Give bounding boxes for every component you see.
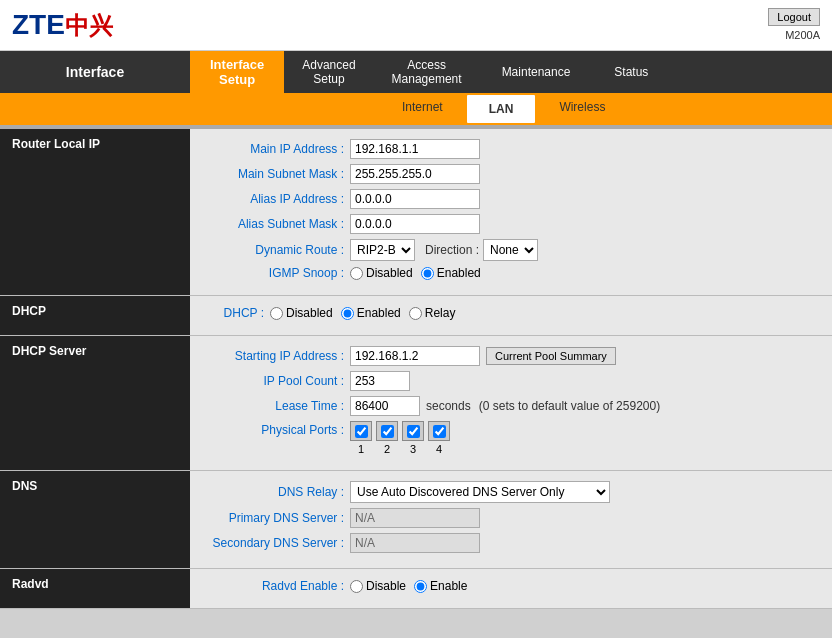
logo: ZTE中兴 [12, 9, 113, 42]
ip-pool-label: IP Pool Count : [190, 374, 350, 388]
starting-ip-input[interactable] [350, 346, 480, 366]
main-ip-row: Main IP Address : [190, 139, 822, 159]
lease-time-row: Lease Time : seconds (0 sets to default … [190, 396, 822, 416]
direction-label: Direction : [425, 243, 479, 257]
igmp-row: IGMP Snoop : Disabled Enabled [190, 266, 822, 280]
port-num-2: 2 [376, 443, 398, 455]
main-nav: Interface Interface Setup Advanced Setup… [0, 51, 832, 93]
dhcp-enabled-radio[interactable]: Enabled [341, 306, 401, 320]
model-label: M200A [785, 29, 820, 41]
tab-status[interactable]: Status [592, 51, 670, 93]
radvd-enable-radio[interactable]: Enable [414, 579, 467, 593]
igmp-label: IGMP Snoop : [190, 266, 350, 280]
radvd-disable-radio[interactable]: Disable [350, 579, 406, 593]
main-ip-label: Main IP Address : [190, 142, 350, 156]
main-ip-input[interactable] [350, 139, 480, 159]
dhcp-relay-label: Relay [425, 306, 456, 320]
ports-container: 1 2 3 4 [350, 421, 450, 455]
sub-nav: Internet LAN Wireless [0, 93, 832, 125]
logo-zh: 中兴 [65, 12, 113, 39]
radvd-section: Radvd Radvd Enable : Disable Enable [0, 569, 832, 609]
main-subnet-row: Main Subnet Mask : [190, 164, 822, 184]
lease-time-input[interactable] [350, 396, 420, 416]
dhcp-relay-radio[interactable]: Relay [409, 306, 456, 320]
main-subnet-input[interactable] [350, 164, 480, 184]
dns-relay-select[interactable]: Use Auto Discovered DNS Server Only Use … [350, 481, 610, 503]
alias-ip-input[interactable] [350, 189, 480, 209]
header: ZTE中兴 Logout M200A [0, 0, 832, 51]
starting-ip-row: Starting IP Address : Current Pool Summa… [190, 346, 822, 366]
radvd-enable-label: Radvd Enable : [190, 579, 350, 593]
dynamic-route-select[interactable]: RIP2-B RIP1 None [350, 239, 415, 261]
sub-tab-lan[interactable]: LAN [465, 93, 538, 125]
port-4-checkbox[interactable] [428, 421, 450, 441]
dhcp-field-label: DHCP : [190, 306, 270, 320]
primary-dns-label: Primary DNS Server : [190, 511, 350, 525]
alias-subnet-row: Alias Subnet Mask : [190, 214, 822, 234]
dhcp-row: DHCP : Disabled Enabled Relay [190, 306, 822, 320]
pool-summary-button[interactable]: Current Pool Summary [486, 347, 616, 365]
dns-section: DNS DNS Relay : Use Auto Discovered DNS … [0, 471, 832, 569]
nav-interface-label: Interface [0, 51, 190, 93]
igmp-disabled-radio[interactable]: Disabled [350, 266, 413, 280]
port-num-4: 4 [428, 443, 450, 455]
igmp-disabled-label: Disabled [366, 266, 413, 280]
dhcp-disabled-radio[interactable]: Disabled [270, 306, 333, 320]
dhcp-server-content: Starting IP Address : Current Pool Summa… [190, 336, 832, 470]
ip-pool-row: IP Pool Count : [190, 371, 822, 391]
header-right: Logout M200A [768, 8, 820, 42]
router-local-ip-content: Main IP Address : Main Subnet Mask : Ali… [190, 129, 832, 295]
router-local-ip-section: Router Local IP Main IP Address : Main S… [0, 129, 832, 296]
tab-interface-setup[interactable]: Interface Setup [190, 51, 284, 93]
alias-ip-row: Alias IP Address : [190, 189, 822, 209]
lease-time-label: Lease Time : [190, 399, 350, 413]
direction-select[interactable]: None Both In Out [483, 239, 538, 261]
nav-tabs: Interface Setup Advanced Setup Access Ma… [190, 51, 832, 93]
dynamic-route-label: Dynamic Route : [190, 243, 350, 257]
physical-ports-label: Physical Ports : [190, 421, 350, 437]
primary-dns-row: Primary DNS Server : [190, 508, 822, 528]
dhcp-section: DHCP DHCP : Disabled Enabled Relay [0, 296, 832, 336]
tab-access-management[interactable]: Access Management [374, 51, 480, 93]
port-3-checkbox[interactable] [402, 421, 424, 441]
secondary-dns-label: Secondary DNS Server : [190, 536, 350, 550]
logout-button[interactable]: Logout [768, 8, 820, 26]
main-content: Router Local IP Main IP Address : Main S… [0, 129, 832, 609]
port-num-3: 3 [402, 443, 424, 455]
sub-tab-internet[interactable]: Internet [380, 93, 465, 125]
dhcp-content: DHCP : Disabled Enabled Relay [190, 296, 832, 335]
dns-relay-label: DNS Relay : [190, 485, 350, 499]
alias-ip-label: Alias IP Address : [190, 192, 350, 206]
logo-zte: ZTE [12, 9, 65, 40]
dynamic-route-row: Dynamic Route : RIP2-B RIP1 None Directi… [190, 239, 822, 261]
dhcp-disabled-label: Disabled [286, 306, 333, 320]
tab-advanced-setup[interactable]: Advanced Setup [284, 51, 373, 93]
radvd-enable-option: Enable [430, 579, 467, 593]
radvd-disable-option: Disable [366, 579, 406, 593]
main-subnet-label: Main Subnet Mask : [190, 167, 350, 181]
router-local-ip-label: Router Local IP [0, 129, 190, 295]
dhcp-server-label: DHCP Server [0, 336, 190, 470]
dns-label: DNS [0, 471, 190, 568]
primary-dns-input[interactable] [350, 508, 480, 528]
alias-subnet-label: Alias Subnet Mask : [190, 217, 350, 231]
secondary-dns-input[interactable] [350, 533, 480, 553]
igmp-enabled-radio[interactable]: Enabled [421, 266, 481, 280]
radvd-content: Radvd Enable : Disable Enable [190, 569, 832, 608]
physical-ports-row: Physical Ports : [190, 421, 822, 455]
tab-maintenance[interactable]: Maintenance [480, 51, 593, 93]
igmp-enabled-label: Enabled [437, 266, 481, 280]
dhcp-server-section: DHCP Server Starting IP Address : Curren… [0, 336, 832, 471]
port-numbers-row: 1 2 3 4 [350, 443, 450, 455]
sub-tab-wireless[interactable]: Wireless [537, 93, 627, 125]
port-1-checkbox[interactable] [350, 421, 372, 441]
port-num-1: 1 [350, 443, 372, 455]
dns-content: DNS Relay : Use Auto Discovered DNS Serv… [190, 471, 832, 568]
radvd-label: Radvd [0, 569, 190, 608]
ip-pool-input[interactable] [350, 371, 410, 391]
checkboxes-row [350, 421, 450, 441]
port-2-checkbox[interactable] [376, 421, 398, 441]
secondary-dns-row: Secondary DNS Server : [190, 533, 822, 553]
starting-ip-label: Starting IP Address : [190, 349, 350, 363]
alias-subnet-input[interactable] [350, 214, 480, 234]
